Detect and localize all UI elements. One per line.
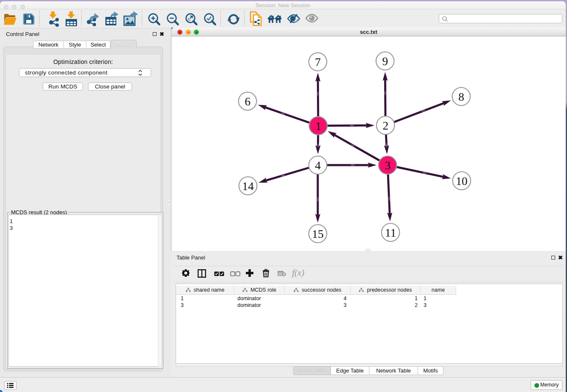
svg-text:10: 10 (456, 174, 468, 188)
svg-text:8: 8 (458, 90, 464, 103)
svg-text:2: 2 (383, 119, 388, 132)
svg-text:14: 14 (242, 179, 254, 193)
svg-text:11: 11 (385, 226, 396, 239)
svg-text:15: 15 (312, 227, 324, 240)
svg-text:1: 1 (315, 119, 321, 133)
svg-text:4: 4 (315, 159, 321, 172)
svg-text:3: 3 (385, 159, 391, 172)
svg-text:6: 6 (245, 95, 250, 108)
svg-text:9: 9 (382, 55, 388, 68)
svg-text:7: 7 (315, 55, 321, 69)
